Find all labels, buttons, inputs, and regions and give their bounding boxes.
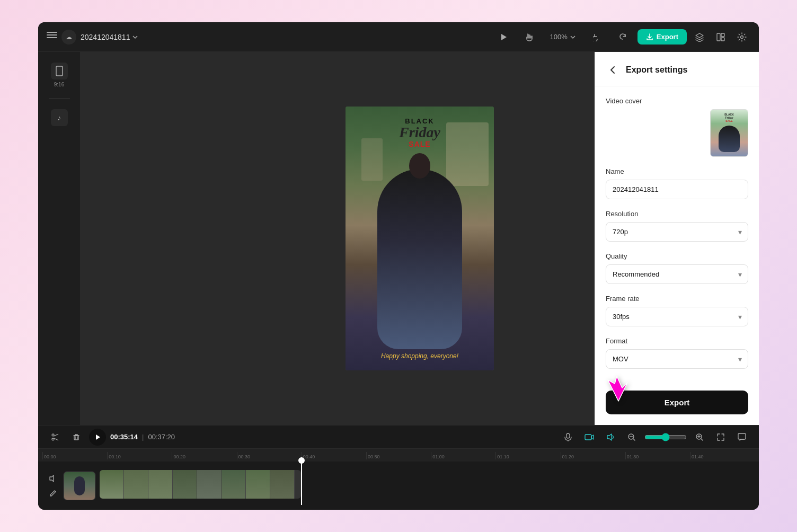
layout-icon <box>716 32 725 42</box>
export-header-label: Export <box>657 33 678 41</box>
redo-icon <box>618 33 627 41</box>
svg-rect-13 <box>585 435 591 440</box>
sidebar-item-tiktok[interactable]: ♪ <box>45 105 74 130</box>
export-panel: Export settings Video cover BLACKFridayS… <box>595 52 759 425</box>
panel-back-button[interactable] <box>606 63 621 77</box>
timeline-controls: 00:35:14 | 00:37:20 <box>38 425 759 449</box>
zoom-plus-icon <box>695 433 704 441</box>
person-silhouette <box>377 169 462 349</box>
comment-button[interactable] <box>733 429 750 446</box>
timeline-tracks <box>38 462 759 510</box>
quality-select[interactable]: Low Medium Recommended High <box>606 264 748 284</box>
frame-rate-select[interactable]: 24fps 30fps 60fps <box>606 307 748 326</box>
comment-icon <box>738 433 746 441</box>
top-bar-left: ☁ 202412041811 <box>47 30 489 45</box>
timeline-play-icon <box>94 434 101 440</box>
svg-point-4 <box>741 36 743 38</box>
expand-button[interactable] <box>712 429 729 446</box>
playhead <box>301 457 302 505</box>
svg-line-8 <box>54 434 58 436</box>
camera-button[interactable] <box>581 429 598 446</box>
video-background: BLACK Friday SALE Happy shopping, everyo… <box>346 107 494 370</box>
format-select[interactable]: MP4 MOV GIF WebM <box>606 349 748 369</box>
layout-button[interactable] <box>712 29 729 46</box>
export-icon <box>646 33 653 41</box>
svg-rect-3 <box>721 38 724 41</box>
ruler-mark-7: 01:10 <box>495 452 560 459</box>
svg-point-6 <box>52 434 54 436</box>
track-content <box>100 470 750 502</box>
svg-line-9 <box>54 438 58 440</box>
svg-line-20 <box>701 439 703 440</box>
layers-button[interactable] <box>691 29 708 46</box>
tiktok-icon: ♪ <box>51 109 68 126</box>
resolution-label: Resolution <box>606 210 748 218</box>
hand-icon <box>525 33 533 41</box>
svg-point-7 <box>52 438 54 440</box>
cut-button[interactable] <box>47 429 64 446</box>
sidebar-item-aspect[interactable]: 9:16 <box>45 58 74 92</box>
export-header-button[interactable]: Export <box>637 29 687 45</box>
svg-rect-5 <box>56 66 63 76</box>
format-section: Format MP4 MOV GIF WebM <box>606 337 748 369</box>
video-title-overlay: BLACK Friday SALE <box>399 117 440 148</box>
top-bar-center: 100% <box>495 29 631 46</box>
play-tool-button[interactable] <box>495 29 512 46</box>
zoom-minus-button[interactable] <box>623 429 640 446</box>
panel-body: Video cover BLACKFridaySALE <box>595 86 759 425</box>
format-label: Format <box>606 337 748 345</box>
back-arrow-icon <box>608 65 618 75</box>
undo-icon <box>593 33 601 41</box>
video-caption: Happy shopping, everyone! <box>381 352 458 360</box>
audio-icon <box>606 433 615 441</box>
svg-rect-2 <box>721 33 724 37</box>
mic-icon <box>564 433 572 441</box>
zoom-plus-button[interactable] <box>691 429 708 446</box>
settings-button[interactable] <box>733 29 750 46</box>
pencil-icon <box>49 490 57 497</box>
time-display: 00:35:14 | 00:37:20 <box>110 433 175 441</box>
svg-marker-11 <box>96 435 100 440</box>
menu-icon[interactable] <box>47 32 57 42</box>
video-cover-thumbnail[interactable]: BLACKFridaySALE <box>710 109 748 157</box>
redo-button[interactable] <box>614 29 631 46</box>
ruler-mark-2: 00:20 <box>172 452 236 459</box>
name-input[interactable] <box>606 180 748 199</box>
zoom-slider[interactable] <box>644 433 687 441</box>
mic-button[interactable] <box>560 429 577 446</box>
svg-rect-12 <box>566 433 570 438</box>
track-frame-5 <box>197 470 222 499</box>
project-title[interactable]: 202412041811 <box>81 33 138 41</box>
ruler-mark-6: 01:00 <box>431 452 495 459</box>
app-logo: ☁ <box>61 30 76 45</box>
video-track[interactable] <box>100 470 301 499</box>
svg-rect-1 <box>717 33 720 41</box>
resolution-select[interactable]: 360p 480p 720p 1080p 4K <box>606 222 748 242</box>
volume-icon <box>49 474 57 483</box>
zoom-button[interactable]: 100% <box>546 31 580 43</box>
name-field-label: Name <box>606 167 748 175</box>
edit-track-button[interactable] <box>47 487 59 500</box>
volume-track-button[interactable] <box>47 472 59 485</box>
app-window: ☁ 202412041811 100% <box>38 22 759 510</box>
frame-rate-select-wrapper: 24fps 30fps 60fps <box>606 307 748 326</box>
aspect-ratio-icon <box>51 63 68 79</box>
ruler-mark-1: 00:10 <box>107 452 172 459</box>
video-preview: BLACK Friday SALE Happy shopping, everyo… <box>346 107 494 370</box>
ruler-mark-0: 00:00 <box>42 452 107 459</box>
settings-icon <box>737 32 747 42</box>
delete-button[interactable] <box>68 429 85 446</box>
top-bar-right: Export <box>637 29 750 46</box>
hand-tool-button[interactable] <box>520 29 537 46</box>
timeline-right <box>560 429 750 446</box>
delete-icon <box>72 433 81 441</box>
audio-button[interactable] <box>602 429 619 446</box>
panel-header: Export settings <box>595 52 759 86</box>
timeline-play-button[interactable] <box>89 429 106 446</box>
export-action-button[interactable]: Export <box>606 391 748 414</box>
undo-button[interactable] <box>589 29 606 46</box>
layers-icon <box>695 32 704 42</box>
sidebar-divider <box>49 98 70 99</box>
svg-rect-21 <box>738 433 746 439</box>
zoom-level-label: 100% <box>550 33 568 41</box>
